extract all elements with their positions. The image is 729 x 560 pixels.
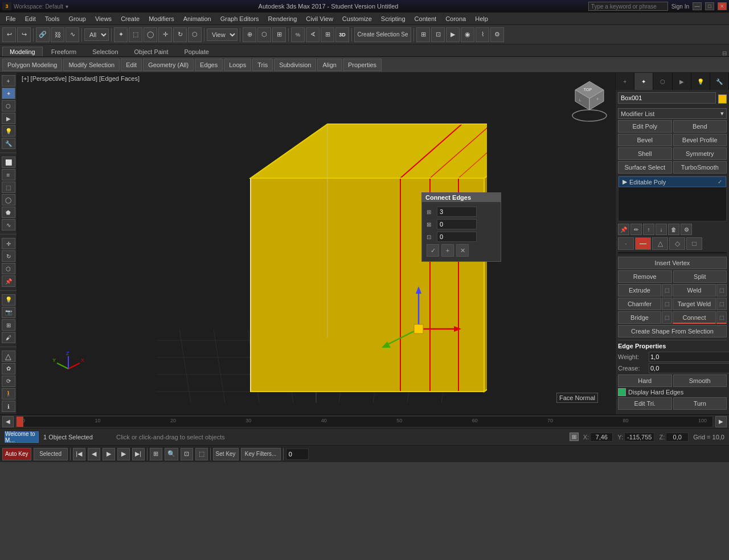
nav-btn-2[interactable]: 🔍 — [165, 448, 178, 460]
maximize-button[interactable]: □ — [705, 2, 714, 10]
subobj-vertex[interactable]: · — [618, 237, 634, 250]
weld-settings-btn[interactable]: ⬚ — [716, 284, 727, 297]
sign-in-btn[interactable]: Sign In — [671, 3, 689, 10]
chamfer-settings-btn[interactable]: ⬚ — [662, 298, 672, 310]
snap-normal-btn[interactable]: ⊞ — [2, 319, 15, 331]
mod-bend[interactable]: Bend — [673, 120, 727, 133]
tab-object-paint[interactable]: Object Paint — [127, 47, 176, 56]
extrude-settings-btn[interactable]: ⬚ — [662, 284, 672, 297]
menu-modifiers[interactable]: Modifiers — [144, 13, 179, 25]
menu-help[interactable]: Help — [470, 13, 493, 25]
motion-panel-btn[interactable]: ▶ — [2, 113, 15, 124]
create-panel-btn[interactable]: + — [2, 75, 15, 87]
rpanel-tab-modify[interactable]: ✦ — [634, 73, 653, 90]
frame-input[interactable] — [286, 448, 309, 460]
display-panel-btn[interactable]: 💡 — [2, 125, 15, 137]
ribbon-tris[interactable]: Tris — [252, 59, 273, 71]
viewport-nav-cube[interactable]: TOP L F — [570, 79, 609, 118]
rpanel-tab-hierarchy[interactable]: ⬡ — [653, 73, 672, 90]
hierarchy-panel-btn[interactable]: ⬡ — [2, 100, 15, 112]
snaps-btn[interactable]: ⊞ — [321, 27, 334, 42]
bridge-btn[interactable]: Bridge — [618, 311, 661, 324]
select-region-btn[interactable]: ⬚ — [129, 27, 142, 42]
ribbon-edges[interactable]: Edges — [195, 59, 223, 71]
modifier-list-dropdown-icon[interactable]: ▾ — [720, 110, 724, 117]
selection-marker-btn[interactable]: ⊞ — [570, 433, 579, 441]
extrude-btn[interactable]: Extrude — [618, 284, 661, 297]
rpanel-tab-display[interactable]: 💡 — [691, 73, 710, 90]
layer-btn[interactable]: ⊞ — [416, 27, 430, 42]
tab-selection[interactable]: Selection — [85, 47, 125, 56]
auto-key-btn[interactable]: Auto Key — [2, 448, 31, 460]
pivot-btn[interactable]: ⊕ — [243, 27, 256, 42]
menu-animation[interactable]: Animation — [179, 13, 216, 25]
coord-btn[interactable]: % — [291, 27, 305, 42]
split-btn[interactable]: Split — [673, 270, 727, 283]
connect-pinch-input[interactable] — [437, 219, 477, 229]
close-button[interactable]: ✕ — [718, 2, 727, 10]
menu-graph-editors[interactable]: Graph Editors — [216, 13, 264, 25]
flower-icon[interactable]: ✿ — [2, 363, 15, 374]
menu-views[interactable]: Views — [91, 13, 116, 25]
subobj-polygon[interactable]: ◇ — [669, 237, 685, 250]
ribbon-properties[interactable]: Properties — [343, 59, 382, 71]
select-move-btn[interactable]: ✛ — [158, 27, 172, 42]
turn-btn[interactable]: Turn — [673, 397, 727, 410]
menu-civil-view[interactable]: Civil View — [301, 13, 337, 25]
menu-scripting[interactable]: Scripting — [376, 13, 410, 25]
connect-segments-input[interactable] — [437, 207, 477, 217]
tab-modeling[interactable]: Modeling — [2, 47, 43, 56]
create-selection-btn[interactable]: Create Selection Se — [354, 27, 411, 42]
camera-btn[interactable]: 📷 — [2, 307, 15, 318]
smooth-btn[interactable]: Smooth — [673, 374, 727, 387]
hard-btn[interactable]: Hard — [618, 374, 672, 387]
mod-bevel[interactable]: Bevel — [618, 134, 672, 146]
angle-btn[interactable]: ∢ — [306, 27, 320, 42]
ribbon-modify-selection[interactable]: Modify Selection — [63, 59, 120, 71]
tool-pin[interactable]: 📌 — [618, 224, 629, 235]
object-color-swatch[interactable] — [718, 94, 727, 104]
walk-icon[interactable]: 🚶 — [2, 388, 15, 400]
editable-poly-item[interactable]: ▶ Editable Poly ✓ — [619, 176, 726, 187]
material-btn[interactable]: ◉ — [461, 27, 474, 42]
settings-btn[interactable]: ⚙ — [490, 27, 504, 42]
mod-surface-select[interactable]: Surface Select — [618, 161, 672, 174]
play-btn[interactable]: ▶ — [103, 448, 115, 460]
menu-tools[interactable]: Tools — [40, 13, 64, 25]
target-weld-settings-btn[interactable]: ⬚ — [716, 298, 727, 310]
tab-freeform[interactable]: Freeform — [44, 47, 84, 56]
ribbon-edit[interactable]: Edit — [121, 59, 142, 71]
ribbon-collapse-btn[interactable]: ⊟ — [722, 50, 727, 56]
bind-btn[interactable]: ∿ — [65, 27, 79, 42]
filter-dropdown[interactable]: All — [84, 28, 109, 41]
time-slider[interactable]: 0 10 20 30 40 50 60 70 80 100 — [16, 416, 713, 427]
crease-input[interactable] — [649, 363, 729, 373]
tool-down[interactable]: ↓ — [656, 224, 667, 235]
triangle-icon[interactable]: △ — [2, 351, 15, 362]
tab-populate[interactable]: Populate — [177, 47, 216, 56]
tool-move[interactable]: ↑ — [643, 224, 654, 235]
menu-corona[interactable]: Corona — [441, 13, 470, 25]
rpanel-tab-utilities[interactable]: 🔧 — [710, 73, 729, 90]
mod-edit-poly[interactable]: Edit Poly — [618, 120, 672, 133]
select-by-name-btn[interactable]: ≡ — [2, 169, 15, 180]
mod-turbo-smooth[interactable]: TurboSmooth — [673, 161, 727, 174]
curve-btn[interactable]: ⌇ — [476, 27, 489, 42]
move-btn[interactable]: ✛ — [2, 238, 15, 249]
render-setup-btn[interactable]: ⊡ — [431, 27, 445, 42]
nav-btn-3[interactable]: ⊡ — [181, 448, 193, 460]
select-btn[interactable]: ✦ — [114, 27, 128, 42]
paint-btn[interactable]: 🖌 — [2, 332, 15, 343]
edit-tri-btn[interactable]: Edit Tri. — [618, 397, 672, 410]
menu-file[interactable]: File — [1, 13, 21, 25]
display-hard-edges-color[interactable] — [618, 388, 626, 396]
ribbon-align[interactable]: Align — [317, 59, 341, 71]
prev-frame-btn[interactable]: ◀ — [88, 448, 100, 460]
object-name-input[interactable] — [618, 92, 716, 104]
mirror-btn[interactable]: ⬡ — [257, 27, 271, 42]
redo-btn[interactable]: ↪ — [17, 27, 31, 42]
selected-mode-dropdown[interactable]: Selected — [34, 448, 68, 460]
weight-input[interactable] — [649, 352, 729, 362]
subobj-edge[interactable]: — — [635, 237, 651, 250]
insert-vertex-btn[interactable]: Insert Vertex — [618, 257, 727, 269]
